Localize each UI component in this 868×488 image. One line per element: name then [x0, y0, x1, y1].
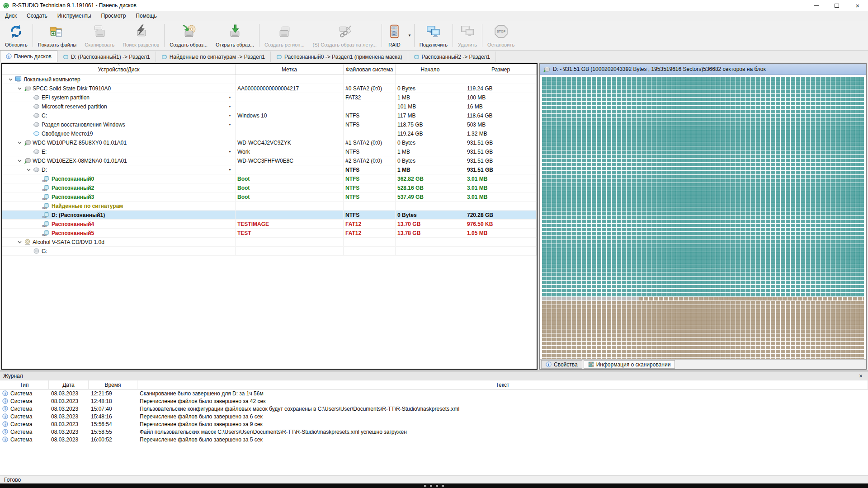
- tab-recognized0[interactable]: Распознанный0 -> Раздел1 (применена маск…: [271, 52, 408, 62]
- log-row[interactable]: Система08.03.202312:21:59Сканирование бы…: [0, 389, 868, 397]
- row-dropdown-arrow[interactable]: ▼: [228, 105, 231, 108]
- disk-row[interactable]: Rec.Найденные по сигнатурам: [2, 202, 537, 211]
- create-image-button[interactable]: Создать образ...: [165, 22, 212, 49]
- column-header-2[interactable]: Файловая система: [344, 64, 396, 75]
- log-column-header-0[interactable]: Тип: [0, 380, 49, 389]
- tab-label: Распознанный2 -> Раздел1: [422, 54, 490, 60]
- tab-recognized2[interactable]: Распознанный2 -> Раздел1: [408, 52, 496, 62]
- menu-item-2[interactable]: Инструменты: [52, 11, 96, 21]
- log-row[interactable]: Система08.03.202315:56:54Перечисление фа…: [0, 420, 868, 428]
- log-column-header-3[interactable]: Текст: [137, 380, 868, 389]
- disk-row[interactable]: EFI system partition▼FAT321 MB100 MB: [2, 93, 537, 102]
- show-files-button[interactable]: Показать файлы: [34, 22, 80, 49]
- column-header-3[interactable]: Начало: [396, 64, 465, 75]
- cell-filesystem: [344, 202, 396, 210]
- disk-row[interactable]: Microsoft reserved partition▼101 MB16 MB: [2, 102, 537, 111]
- row-dropdown-arrow[interactable]: ▼: [228, 168, 231, 171]
- menu-item-4[interactable]: Помощь: [131, 11, 161, 21]
- row-dropdown-arrow[interactable]: ▼: [228, 123, 231, 126]
- log-column-header-1[interactable]: Дата: [49, 380, 89, 389]
- cell-label: [236, 102, 344, 111]
- disk-tree-panel: ^Устройство/ДискМеткаФайловая системаНач…: [1, 63, 538, 370]
- info-icon: [2, 429, 8, 435]
- disk-row[interactable]: C:▼Windows 10NTFS117 MB118.64 GB: [2, 111, 537, 120]
- cell-label: WD-WCC4J2VC9ZYK: [236, 138, 344, 147]
- tab-disk-panel[interactable]: Панель дисков: [0, 50, 57, 62]
- column-header-label: Размер: [491, 66, 510, 73]
- maximize-button[interactable]: [826, 0, 847, 11]
- connect-button[interactable]: Подключить: [415, 22, 452, 49]
- menu-item-3[interactable]: Просмотр: [96, 11, 131, 21]
- toolbar-button-label: Сканировать: [85, 42, 114, 47]
- tab-signatures[interactable]: Найденные по сигнатурам -> Раздел1: [156, 52, 271, 62]
- refresh-button[interactable]: Обновить: [1, 22, 32, 49]
- expander-chevron[interactable]: [17, 241, 22, 244]
- expander-chevron[interactable]: [17, 160, 22, 162]
- expander-chevron[interactable]: [17, 87, 22, 90]
- tab-properties[interactable]: Свойства: [541, 360, 582, 369]
- disk-row[interactable]: Rec.Распознанный0BootNTFS362.82 GB3.01 M…: [2, 174, 537, 183]
- disk-row[interactable]: Alcohol V-SATA CD/DVD 1.0d: [2, 238, 537, 247]
- disk-row[interactable]: Rec.D: (Распознанный1)NTFS0 Bytes720.28 …: [2, 211, 537, 220]
- log-row[interactable]: Система08.03.202315:58:55Файл пользовате…: [0, 428, 868, 436]
- raid-dropdown-arrow[interactable]: ▼: [406, 33, 413, 38]
- row-dropdown-arrow[interactable]: ▼: [228, 114, 231, 117]
- column-header-1[interactable]: Метка: [236, 64, 344, 75]
- minimize-button[interactable]: [806, 0, 826, 11]
- disk-row[interactable]: Rec.Распознанный3BootNTFS537.49 GB3.01 M…: [2, 192, 537, 202]
- device-name: EFI system partition: [42, 94, 90, 101]
- taskbar-strip[interactable]: [0, 483, 868, 488]
- row-dropdown-arrow[interactable]: ▼: [228, 150, 231, 153]
- computer-icon: [15, 76, 22, 83]
- cell-size: 931.51 GB: [465, 165, 537, 174]
- disk-row[interactable]: Rec.Распознанный4TESTIMAGEFAT1213.70 GB9…: [2, 220, 537, 229]
- disk-row[interactable]: WDC WD10EZEX-08M2NA0 01.01A01WD-WCC3FHFW…: [2, 156, 537, 165]
- open-image-button[interactable]: Открыть образ...: [212, 22, 258, 49]
- taskbar-glyph: [424, 485, 426, 487]
- log-column-header-2[interactable]: Время: [89, 380, 137, 389]
- info-icon: [2, 421, 8, 427]
- toolbar-button-label: Удалить: [458, 42, 477, 47]
- disk-row[interactable]: WDC WD10PURZ-85U8XY0 01.01A01WD-WCC4J2VC…: [2, 138, 537, 147]
- log-time: 12:48:18: [89, 398, 137, 404]
- expander-chevron[interactable]: [17, 141, 22, 144]
- disk-row[interactable]: D:▼NTFS1 MB931.51 GB: [2, 165, 537, 174]
- close-button[interactable]: ×: [847, 0, 868, 11]
- expander-chevron[interactable]: [26, 169, 31, 171]
- disk-row[interactable]: E:▼WorkNTFS1 MB931.51 GB: [2, 147, 537, 156]
- expander-chevron[interactable]: [8, 78, 13, 81]
- tab-recognized1[interactable]: D: (Распознанный1) -> Раздел1: [57, 52, 156, 62]
- disk-row[interactable]: G:: [2, 247, 537, 256]
- log-close-button[interactable]: ×: [857, 372, 865, 380]
- disk-row[interactable]: Rec.Распознанный5TESTFAT1213.78 GB1.05 M…: [2, 229, 537, 238]
- disk-row[interactable]: Rec.Распознанный2BootNTFS528.16 GB3.01 M…: [2, 183, 537, 192]
- tab-scan-info[interactable]: Информация о сканировании: [584, 360, 675, 369]
- scan-panel-tabs: СвойстваИнформация о сканировании: [540, 359, 866, 369]
- cell-label: [236, 120, 344, 129]
- menu-item-1[interactable]: Создать: [22, 11, 52, 21]
- disk-row[interactable]: Раздел восстановления Windows▼NTFS118.75…: [2, 120, 537, 129]
- cell-size: 1.05 MB: [465, 229, 537, 237]
- menubar: ДискСоздатьИнструментыПросмотрПомощь: [0, 11, 868, 21]
- column-header-4[interactable]: Размер: [465, 64, 537, 75]
- stop-button: STOPОстановить: [483, 22, 519, 49]
- find-partitions-button: Поиск разделов: [118, 22, 163, 49]
- row-dropdown-arrow[interactable]: ▼: [228, 96, 231, 99]
- remove-icon: [460, 24, 475, 39]
- log-row[interactable]: Система08.03.202315:07:40Пользовательски…: [0, 405, 868, 413]
- device-name: Alcohol V-SATA CD/DVD 1.0d: [33, 239, 104, 245]
- svg-text:Rec.: Rec.: [42, 225, 47, 227]
- column-header-0[interactable]: ^Устройство/Диск: [2, 64, 236, 75]
- raid-button[interactable]: RAID: [383, 22, 406, 49]
- scan-block-map[interactable]: [540, 75, 866, 359]
- log-row[interactable]: Система08.03.202316:00:52Перечисление фа…: [0, 436, 868, 443]
- log-row[interactable]: Система08.03.202312:48:18Перечисление фа…: [0, 397, 868, 405]
- taskbar-glyph: [436, 485, 438, 487]
- toolbar-separator: [482, 24, 482, 47]
- menu-item-0[interactable]: Диск: [0, 11, 22, 21]
- log-row[interactable]: Система08.03.202315:48:16Перечисление фа…: [0, 413, 868, 420]
- disk-row[interactable]: SPCC Solid State Disk T0910A0AA000000000…: [2, 84, 537, 93]
- disk-row[interactable]: Свободное Место19119.24 GB1.32 MB: [2, 129, 537, 138]
- disk-row[interactable]: Локальный компьютер: [2, 75, 537, 84]
- doc-disk-icon: [161, 54, 167, 60]
